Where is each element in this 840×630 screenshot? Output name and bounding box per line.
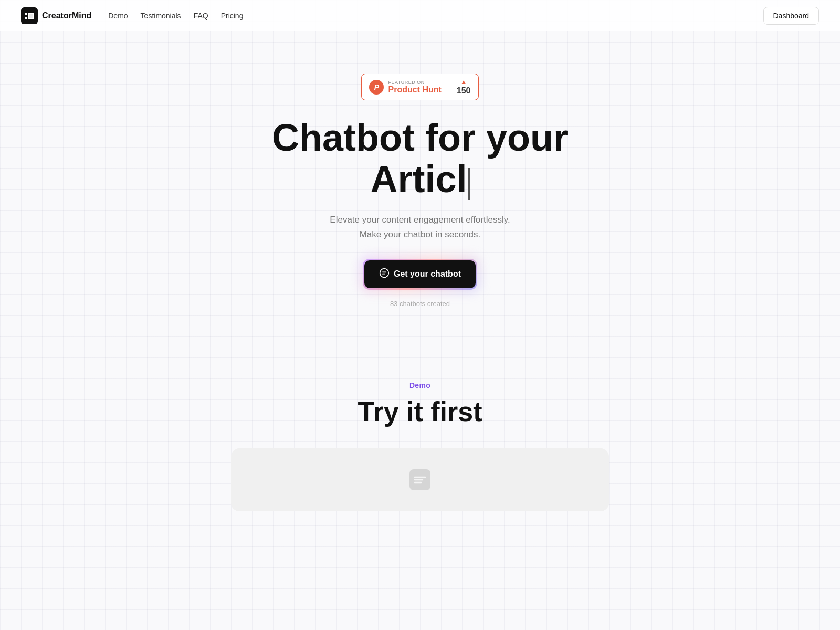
nav-link-pricing[interactable]: Pricing bbox=[221, 12, 244, 20]
hero-section: P FEATURED ON Product Hunt ▲ 150 Chatbot… bbox=[0, 32, 840, 339]
svg-rect-6 bbox=[25, 17, 27, 19]
demo-title: Try it first bbox=[10, 396, 830, 427]
chatbots-count: 83 chatbots created bbox=[390, 300, 450, 308]
product-hunt-text: FEATURED ON Product Hunt bbox=[388, 80, 441, 94]
nav-item-faq[interactable]: FAQ bbox=[194, 11, 208, 20]
nav-item-demo[interactable]: Demo bbox=[108, 11, 128, 20]
ph-product-hunt-label: Product Hunt bbox=[388, 85, 441, 94]
dashboard-button[interactable]: Dashboard bbox=[763, 7, 820, 25]
chatbot-icon bbox=[379, 268, 390, 281]
hero-title: Chatbot for your Articl bbox=[272, 117, 568, 200]
nav-link-faq[interactable]: FAQ bbox=[194, 12, 208, 20]
hero-subtitle: Elevate your content engagement effortle… bbox=[330, 213, 510, 241]
nav-item-pricing[interactable]: Pricing bbox=[221, 11, 244, 20]
ph-vote-count: 150 bbox=[457, 86, 471, 96]
get-chatbot-button[interactable]: Get your chatbot bbox=[364, 260, 476, 288]
ph-featured-on-label: FEATURED ON bbox=[388, 80, 424, 85]
cta-wrapper: Get your chatbot bbox=[364, 260, 476, 288]
demo-card bbox=[231, 448, 609, 511]
demo-label: Demo bbox=[10, 381, 830, 390]
logo[interactable]: CreatorMind bbox=[21, 7, 91, 24]
demo-card-icon bbox=[410, 469, 430, 490]
navbar: CreatorMind Demo Testimonials FAQ Pricin… bbox=[0, 0, 840, 32]
product-hunt-logo: P bbox=[369, 80, 384, 94]
svg-rect-5 bbox=[25, 13, 27, 15]
nav-item-testimonials[interactable]: Testimonials bbox=[141, 11, 181, 20]
nav-link-testimonials[interactable]: Testimonials bbox=[141, 12, 181, 20]
hero-title-typed: Articl bbox=[370, 158, 467, 200]
cta-label: Get your chatbot bbox=[394, 269, 461, 279]
svg-rect-7 bbox=[380, 268, 389, 277]
logo-icon bbox=[21, 7, 38, 24]
logo-text: CreatorMind bbox=[42, 11, 91, 20]
ph-arrow-icon: ▲ bbox=[460, 78, 467, 86]
demo-section: Demo Try it first bbox=[0, 339, 840, 532]
nav-links: Demo Testimonials FAQ Pricing bbox=[108, 11, 243, 20]
svg-rect-4 bbox=[33, 13, 34, 19]
typed-cursor bbox=[468, 168, 470, 200]
product-hunt-badge[interactable]: P FEATURED ON Product Hunt ▲ 150 bbox=[361, 74, 478, 100]
ph-votes: ▲ 150 bbox=[450, 78, 471, 96]
nav-link-demo[interactable]: Demo bbox=[108, 12, 128, 20]
